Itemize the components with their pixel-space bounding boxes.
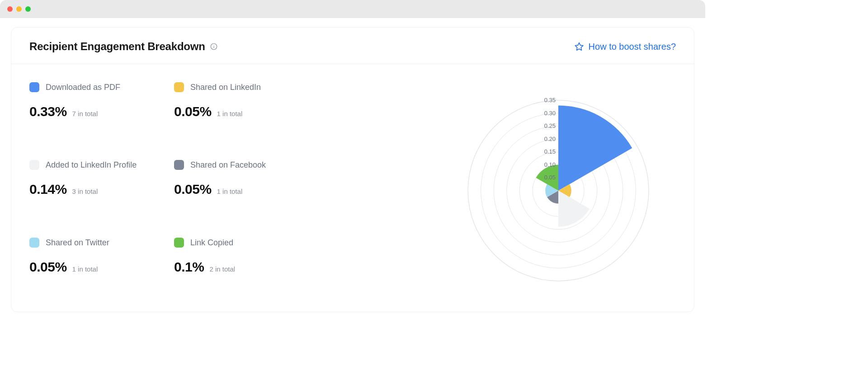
metric-head: Downloaded as PDF [29, 82, 174, 92]
axis-tick-label: 0.25 [544, 122, 556, 129]
metric-head: Shared on Twitter [29, 238, 174, 248]
info-icon[interactable] [210, 42, 218, 51]
color-swatch [29, 160, 39, 170]
metric-shared_twitter: Shared on Twitter0.05%1 in total [29, 238, 174, 290]
axis-tick-label: 0.05 [544, 174, 556, 181]
wedge-0 [558, 105, 632, 191]
svg-point-2 [213, 45, 214, 45]
metric-percent: 0.1% [174, 259, 204, 275]
metric-total: 2 in total [209, 265, 235, 273]
color-swatch [29, 238, 39, 248]
metric-label: Shared on LinkedIn [190, 83, 261, 92]
metric-value-row: 0.05%1 in total [29, 259, 174, 275]
metric-head: Link Copied [174, 238, 319, 248]
engagement-card: Recipient Engagement Breakdown How to bo… [11, 27, 694, 312]
metric-value-row: 0.05%1 in total [174, 104, 319, 119]
window-maximize-icon[interactable] [25, 6, 31, 12]
metric-head: Shared on Facebook [174, 160, 319, 170]
svg-marker-3 [575, 43, 583, 51]
axis-tick-label: 0.30 [544, 110, 556, 117]
metric-label: Downloaded as PDF [46, 83, 120, 92]
window-minimize-icon[interactable] [16, 6, 22, 12]
metric-value-row: 0.33%7 in total [29, 104, 174, 119]
axis-tick-label: 0.15 [544, 148, 556, 155]
metric-label: Shared on Twitter [46, 238, 109, 248]
metric-label: Added to LinkedIn Profile [46, 160, 137, 170]
window-titlebar [0, 0, 705, 18]
color-swatch [174, 82, 184, 92]
wedge-2 [558, 191, 590, 227]
metric-link_copied: Link Copied0.1%2 in total [174, 238, 319, 290]
axis-tick-label: 0.35 [544, 97, 556, 103]
metric-percent: 0.05% [174, 104, 212, 119]
boost-shares-label: How to boost shares? [589, 42, 676, 52]
metric-percent: 0.14% [29, 182, 67, 197]
card-title: Recipient Engagement Breakdown [29, 40, 205, 53]
card-body: Downloaded as PDF0.33%7 in totalShared o… [11, 64, 694, 312]
polar-chart: 0.050.100.150.200.250.300.35 [441, 82, 676, 290]
color-swatch [174, 160, 184, 170]
metric-shared_linkedin: Shared on LinkedIn0.05%1 in total [174, 82, 319, 135]
metric-total: 1 in total [217, 187, 243, 195]
metric-total: 7 in total [72, 110, 98, 117]
metric-downloaded_pdf: Downloaded as PDF0.33%7 in total [29, 82, 174, 135]
card-title-wrap: Recipient Engagement Breakdown [29, 40, 218, 53]
axis-tick-label: 0.20 [544, 136, 556, 142]
color-swatch [174, 238, 184, 248]
color-swatch [29, 82, 39, 92]
card-header: Recipient Engagement Breakdown How to bo… [11, 28, 694, 64]
metric-value-row: 0.1%2 in total [174, 259, 319, 275]
metric-total: 1 in total [217, 110, 243, 117]
metric-head: Shared on LinkedIn [174, 82, 319, 92]
metric-value-row: 0.14%3 in total [29, 182, 174, 197]
window-close-icon[interactable] [7, 6, 13, 12]
metric-head: Added to LinkedIn Profile [29, 160, 174, 170]
boost-shares-link[interactable]: How to boost shares? [574, 42, 676, 52]
metric-label: Link Copied [190, 238, 233, 248]
metric-shared_facebook: Shared on Facebook0.05%1 in total [174, 160, 319, 212]
metric-percent: 0.33% [29, 104, 67, 119]
axis-tick-label: 0.10 [544, 161, 556, 168]
metric-value-row: 0.05%1 in total [174, 182, 319, 197]
metric-percent: 0.05% [29, 259, 67, 275]
app-window: Recipient Engagement Breakdown How to bo… [0, 0, 705, 323]
metric-label: Shared on Facebook [190, 160, 266, 170]
star-icon [574, 42, 584, 52]
metric-total: 3 in total [72, 187, 98, 195]
metric-percent: 0.05% [174, 182, 212, 197]
metric-added_linkedin: Added to LinkedIn Profile0.14%3 in total [29, 160, 174, 212]
metric-total: 1 in total [72, 265, 98, 273]
metrics-grid: Downloaded as PDF0.33%7 in totalShared o… [29, 82, 423, 290]
